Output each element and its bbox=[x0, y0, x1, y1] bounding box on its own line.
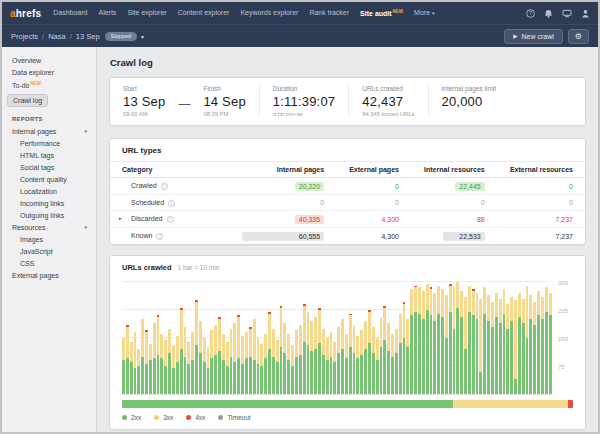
bar-segment bbox=[533, 302, 536, 324]
bar-segment bbox=[479, 372, 482, 394]
nav-item-rank-tracker[interactable]: Rank tracker bbox=[309, 9, 349, 16]
bar-segment bbox=[222, 334, 225, 360]
chart-bar bbox=[191, 332, 194, 394]
table-row-crawled: Crawledi20,220022,4450 bbox=[110, 178, 585, 195]
bar-segment bbox=[341, 349, 344, 394]
sidebar-item-social-tags[interactable]: Social tags bbox=[2, 161, 96, 173]
chart-bar bbox=[230, 329, 233, 394]
bar-segment bbox=[314, 349, 317, 394]
bar-segment bbox=[237, 317, 240, 358]
nav-item-dashboard[interactable]: Dashboard bbox=[53, 9, 87, 16]
chart-bar bbox=[314, 317, 317, 394]
page-title: Crawl log bbox=[110, 57, 586, 68]
info-icon[interactable]: i bbox=[156, 233, 163, 240]
breadcrumb-item[interactable]: Nasa bbox=[48, 32, 66, 41]
bar-segment bbox=[437, 286, 440, 314]
sidebar-item-images[interactable]: Images bbox=[2, 233, 96, 245]
bell-icon[interactable] bbox=[544, 9, 553, 18]
bar-segment bbox=[164, 366, 167, 394]
bar-segment bbox=[191, 360, 194, 394]
summary-segment-3xx bbox=[453, 400, 568, 408]
expand-caret-icon[interactable]: ▸ bbox=[119, 215, 122, 221]
info-icon[interactable]: i bbox=[167, 216, 174, 223]
bar-segment bbox=[180, 349, 183, 394]
nav-item-site-audit[interactable]: Site auditNEW bbox=[360, 9, 403, 17]
bar-segment bbox=[283, 323, 286, 353]
bar-segment bbox=[445, 338, 448, 394]
bar-segment bbox=[122, 338, 125, 360]
bar-segment bbox=[353, 353, 356, 394]
sidebar-item-outgoing-links[interactable]: Outgoing links bbox=[2, 209, 96, 221]
bar-segment bbox=[210, 358, 213, 394]
user-icon[interactable] bbox=[581, 9, 590, 18]
chevron-down-icon[interactable]: ▾ bbox=[84, 224, 87, 230]
value-cell: 7,237 bbox=[497, 228, 585, 245]
bar-segment bbox=[522, 323, 525, 394]
bar-segment bbox=[187, 364, 190, 394]
bar-segment bbox=[383, 308, 386, 340]
bar-segment bbox=[295, 357, 298, 394]
cell-value: 7,237 bbox=[555, 233, 573, 240]
sidebar-item-overview[interactable]: Overview bbox=[2, 54, 96, 66]
info-icon[interactable]: i bbox=[168, 200, 175, 207]
chart-bar bbox=[522, 299, 525, 394]
chart-bar bbox=[195, 300, 198, 394]
sidebar-item-incoming-links[interactable]: Incoming links bbox=[2, 197, 96, 209]
stat-duration: Duration1:11:39:07d:hh:mm:ss bbox=[259, 85, 348, 117]
ahrefs-logo[interactable]: ahrefs bbox=[10, 8, 41, 19]
sidebar-item-content-quality[interactable]: Content quality bbox=[2, 173, 96, 185]
bar-segment bbox=[280, 347, 283, 394]
stat-sub-label: 94,345 known URLs bbox=[362, 111, 414, 117]
breadcrumb-item[interactable]: 13 Sep bbox=[76, 32, 100, 41]
nav-item-keywords-explorer[interactable]: Keywords explorer bbox=[240, 9, 298, 16]
chart-bar bbox=[514, 300, 517, 394]
bar-segment bbox=[272, 329, 275, 357]
sidebar-item-css[interactable]: CSS bbox=[2, 257, 96, 269]
help-icon[interactable]: ? bbox=[526, 9, 535, 18]
crawl-stats-card: Start13 Sep09:00 AM—Finish14 Sep08:39 PM… bbox=[109, 77, 586, 126]
bar-segment bbox=[514, 379, 517, 394]
breadcrumb-item[interactable]: Projects bbox=[11, 32, 38, 41]
new-crawl-button[interactable]: ▶New crawl bbox=[504, 29, 563, 44]
bar-segment bbox=[476, 293, 479, 319]
nav-item-alerts[interactable]: Alerts bbox=[98, 9, 116, 16]
chart-bar bbox=[426, 284, 429, 394]
info-icon[interactable]: i bbox=[161, 183, 168, 190]
nav-item-content-explorer[interactable]: Content explorer bbox=[178, 9, 230, 16]
sidebar-item-external-pages[interactable]: External pages bbox=[2, 269, 96, 281]
stat-label: Duration bbox=[273, 85, 335, 92]
nav-item-more[interactable]: More▾ bbox=[414, 9, 434, 16]
value-cell: 40,335 bbox=[229, 211, 336, 228]
cell-value: 0 bbox=[395, 199, 399, 206]
bar-segment bbox=[526, 338, 529, 394]
bar-segment bbox=[326, 360, 329, 394]
bar-segment bbox=[303, 342, 306, 394]
bar-segment bbox=[130, 362, 133, 394]
sidebar-item-crawl-log[interactable]: Crawl log bbox=[2, 91, 96, 109]
chart-summary-bar bbox=[122, 400, 573, 408]
bar-segment bbox=[199, 353, 202, 394]
bar-segment bbox=[176, 336, 179, 362]
chart-bar bbox=[418, 287, 421, 394]
sidebar-item-localization[interactable]: Localization bbox=[2, 185, 96, 197]
chart-bar bbox=[476, 293, 479, 394]
chevron-down-icon[interactable]: ▾ bbox=[84, 128, 87, 134]
nav-item-site-explorer[interactable]: Site explorer bbox=[127, 9, 166, 16]
settings-button[interactable]: ⚙ bbox=[568, 29, 589, 44]
display-icon[interactable] bbox=[562, 9, 572, 18]
bar-segment bbox=[387, 351, 390, 394]
sidebar-item-to-do[interactable]: To-doNEW bbox=[2, 78, 96, 91]
sidebar-item-performance[interactable]: Performance bbox=[2, 137, 96, 149]
chevron-down-icon[interactable]: ▾ bbox=[141, 33, 144, 40]
sidebar-item-html-tags[interactable]: HTML tags bbox=[2, 149, 96, 161]
chart-bar bbox=[399, 314, 402, 394]
bar-segment bbox=[253, 360, 256, 394]
cell-value: 22,445 bbox=[455, 182, 484, 191]
sidebar-item-data-explorer[interactable]: Data explorer bbox=[2, 66, 96, 78]
chart-bar bbox=[529, 295, 532, 394]
sidebar-selected-box: Crawl log bbox=[7, 94, 48, 107]
sidebar-item-javascript[interactable]: JavaScript bbox=[2, 245, 96, 257]
chart-bar bbox=[349, 314, 352, 394]
sidebar-item-resources[interactable]: Resources▾ bbox=[2, 221, 96, 233]
sidebar-item-internal-pages[interactable]: Internal pages▾ bbox=[2, 125, 96, 137]
